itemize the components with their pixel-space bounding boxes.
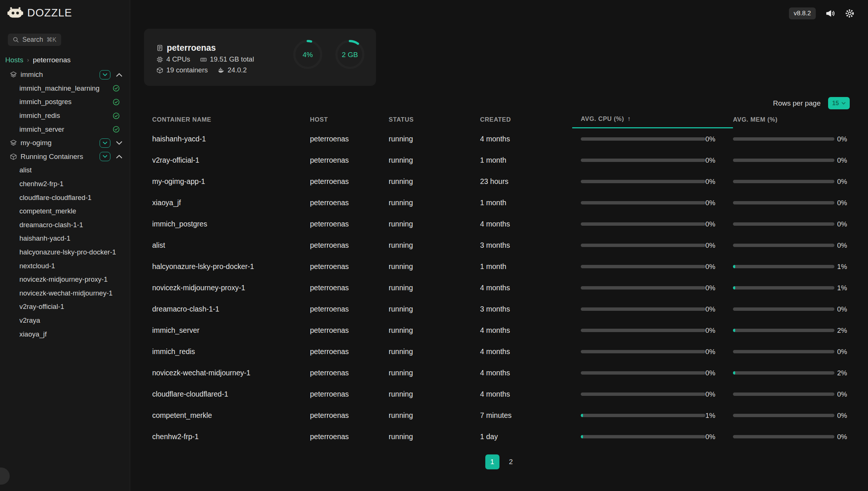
announcements-megaphone-icon[interactable] xyxy=(825,9,835,18)
table-row[interactable]: xiaoya_jf peterroenas running 1 month 0%… xyxy=(152,192,851,213)
sidebar-container-item[interactable]: haishanh-yacd-1 xyxy=(0,232,130,246)
cell-created: 23 hours xyxy=(480,177,572,186)
pagination: 12 xyxy=(152,454,851,469)
cpu-progress-bar xyxy=(581,180,705,183)
group-chevron-icon[interactable] xyxy=(116,141,122,145)
sidebar-container-item[interactable]: xiaoya_jf xyxy=(0,327,130,341)
sidebar-container-item[interactable]: chenhw2-frp-1 xyxy=(0,177,130,191)
cell-status: running xyxy=(389,177,480,186)
cell-created: 4 months xyxy=(480,326,572,335)
expand-all-badge[interactable] xyxy=(100,138,110,148)
table-row[interactable]: dreamacro-clash-1-1 peterroenas running … xyxy=(152,298,851,320)
table-row[interactable]: novicezk-midjourney-proxy-1 peterroenas … xyxy=(152,277,851,298)
table-row[interactable]: my-ogimg-app-1 peterroenas running 23 ho… xyxy=(152,171,851,192)
tree-item-label: immich_redis xyxy=(19,112,113,120)
cpu-progress-bar xyxy=(581,329,705,332)
expand-all-badge[interactable] xyxy=(100,70,110,79)
sidebar-container-item[interactable]: novicezk-wechat-midjourney-1 xyxy=(0,287,130,300)
cpu-progress-bar xyxy=(581,222,705,226)
table-row[interactable]: cloudflare-cloudflared-1 peterroenas run… xyxy=(152,384,851,405)
check-circle-icon xyxy=(113,112,120,119)
cpu-bar-fill xyxy=(581,414,583,417)
host-title: peterroenas xyxy=(167,43,216,53)
group-chevron-icon[interactable] xyxy=(116,154,122,159)
cpu-progress-bar xyxy=(581,265,705,268)
tree-item-label: dreamacro-clash-1-1 xyxy=(19,221,120,229)
table-row[interactable]: competent_merkle peterroenas running 7 m… xyxy=(152,405,851,426)
page-button[interactable]: 1 xyxy=(485,454,499,469)
column-header-status[interactable]: STATUS xyxy=(389,110,480,128)
search-label: Search xyxy=(22,36,43,44)
page-button[interactable]: 2 xyxy=(504,454,518,469)
sidebar-container-item[interactable]: v2raya xyxy=(0,314,130,328)
cpu-value: 0% xyxy=(705,135,715,143)
cell-created: 1 month xyxy=(480,156,572,165)
mem-progress-bar xyxy=(733,286,834,290)
sidebar-container-item[interactable]: immich_machine_learning xyxy=(0,82,130,96)
cpu-value: 0% xyxy=(705,348,715,356)
badge-chevron-down-icon xyxy=(103,73,107,76)
breadcrumb-hosts-link[interactable]: Hosts xyxy=(5,56,23,64)
table-row[interactable]: immich_server peterroenas running 4 mont… xyxy=(152,320,851,341)
dozzle-robot-icon xyxy=(7,6,23,19)
host-card[interactable]: peterroenas 4 CPUs 19.51 GB total 19 con… xyxy=(144,29,376,86)
memory-gauge-value: 2 GB xyxy=(333,51,367,59)
table-row[interactable]: immich_postgres peterroenas running 4 mo… xyxy=(152,213,851,235)
table-row[interactable]: alist peterroenas running 3 months 0% 0% xyxy=(152,235,851,256)
cpu-value: 0% xyxy=(705,390,715,398)
topbar: v8.8.2 xyxy=(789,7,855,19)
mem-progress-bar xyxy=(733,393,834,396)
sidebar-container-item[interactable]: immich_redis xyxy=(0,109,130,123)
mem-bar-fill xyxy=(733,371,735,375)
column-header-container-name[interactable]: CONTAINER NAME xyxy=(152,110,310,128)
sidebar-group[interactable]: immich xyxy=(0,68,130,82)
sidebar-container-item[interactable]: immich_server xyxy=(0,122,130,136)
column-header-host[interactable]: HOST xyxy=(310,110,389,128)
tree-item-label: cloudflare-cloudflared-1 xyxy=(19,194,120,202)
tree-item-label: competent_merkle xyxy=(19,207,120,215)
sidebar-container-item[interactable]: nextcloud-1 xyxy=(0,259,130,273)
host-memory-total: 19.51 GB total xyxy=(210,55,254,63)
column-header-avg-cpu[interactable]: AVG. CPU (%) ↑ xyxy=(572,110,733,128)
table-row[interactable]: v2ray-official-1 peterroenas running 1 m… xyxy=(152,150,851,171)
sidebar-container-item[interactable]: alist xyxy=(0,163,130,177)
cpu-progress-bar xyxy=(581,350,705,353)
mem-value: 2% xyxy=(834,369,847,377)
cell-container-name: cloudflare-cloudflared-1 xyxy=(152,390,310,398)
containers-table: CONTAINER NAME HOST STATUS CREATED AVG. … xyxy=(152,110,851,447)
sidebar-container-item[interactable]: v2ray-official-1 xyxy=(0,300,130,314)
table-body: haishanh-yacd-1 peterroenas running 4 mo… xyxy=(152,128,851,447)
rows-per-page-select[interactable]: 15 xyxy=(828,97,850,109)
column-header-created[interactable]: CREATED xyxy=(480,110,572,128)
cpu-progress-bar xyxy=(581,414,705,417)
tree-item-label: immich_server xyxy=(19,125,113,134)
cell-host: peterroenas xyxy=(310,369,389,377)
sidebar-container-item[interactable]: halcyonazure-lsky-pro-docker-1 xyxy=(0,246,130,259)
sidebar-container-item[interactable]: cloudflare-cloudflared-1 xyxy=(0,191,130,204)
table-controls: Rows per page 15 xyxy=(773,97,850,109)
cell-status: running xyxy=(389,411,480,420)
sidebar-container-item[interactable]: dreamacro-clash-1-1 xyxy=(0,218,130,232)
cell-status: running xyxy=(389,390,480,398)
cell-host: peterroenas xyxy=(310,135,389,143)
group-label: Running Containers xyxy=(21,153,96,161)
sidebar-group[interactable]: my-ogimg xyxy=(0,136,130,150)
table-row[interactable]: chenhw2-frp-1 peterroenas running 1 day … xyxy=(152,426,851,447)
table-row[interactable]: novicezk-wechat-midjourney-1 peterroenas… xyxy=(152,362,851,384)
mem-progress-bar xyxy=(733,244,834,247)
group-chevron-icon[interactable] xyxy=(116,73,122,77)
sidebar-container-item[interactable]: immich_postgres xyxy=(0,95,130,109)
column-header-avg-mem[interactable]: AVG. MEM (%) xyxy=(733,110,851,128)
table-row[interactable]: haishanh-yacd-1 peterroenas running 4 mo… xyxy=(152,128,851,150)
tree-item-label: xiaoya_jf xyxy=(19,330,120,338)
sidebar-container-item[interactable]: competent_merkle xyxy=(0,204,130,218)
cell-container-name: immich_server xyxy=(152,326,310,335)
search-input[interactable]: Search ⌘K xyxy=(8,34,61,46)
sidebar-group[interactable]: Running Containers xyxy=(0,150,130,164)
table-row[interactable]: halcyonazure-lsky-pro-docker-1 peterroen… xyxy=(152,256,851,277)
sidebar-container-item[interactable]: novicezk-midjourney-proxy-1 xyxy=(0,273,130,287)
expand-all-badge[interactable] xyxy=(100,152,110,161)
table-row[interactable]: immich_redis peterroenas running 4 month… xyxy=(152,341,851,362)
settings-gear-icon[interactable] xyxy=(845,9,855,18)
search-icon xyxy=(13,37,19,43)
